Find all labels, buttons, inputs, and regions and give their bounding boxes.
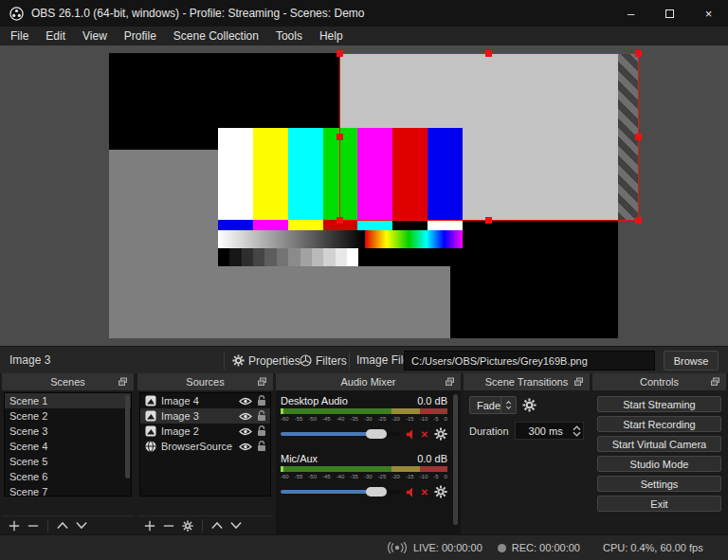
mute-speaker-icon[interactable] bbox=[406, 428, 419, 441]
transition-select-arrows[interactable] bbox=[500, 397, 516, 413]
minimize-button[interactable]: – bbox=[611, 0, 650, 27]
dock-icon[interactable] bbox=[574, 377, 584, 387]
scene-list-item[interactable]: Scene 2 bbox=[5, 408, 131, 424]
controls-panel-header[interactable]: Controls bbox=[592, 373, 726, 390]
start-virtual-camera-button[interactable]: Start Virtual Camera bbox=[597, 436, 721, 452]
channel-settings-gear-icon[interactable] bbox=[434, 427, 447, 441]
browse-button[interactable]: Browse bbox=[664, 351, 719, 370]
menu-profile[interactable]: Profile bbox=[116, 27, 165, 45]
filters-icon bbox=[300, 354, 312, 367]
scene-black-rect-bottom[interactable] bbox=[450, 221, 618, 338]
properties-button[interactable]: Properties bbox=[232, 351, 300, 370]
channel-level: 0.0 dB bbox=[417, 453, 447, 464]
selection-handle-bottom-center[interactable] bbox=[485, 217, 492, 224]
scenes-scrollbar[interactable] bbox=[125, 395, 130, 479]
filters-button[interactable]: Filters bbox=[300, 351, 347, 370]
channel-settings-gear-icon[interactable] bbox=[434, 485, 447, 498]
scene-list-item[interactable]: Scene 6 bbox=[5, 469, 131, 484]
selection-handle-top-center[interactable] bbox=[485, 50, 492, 57]
volume-slider-handle[interactable] bbox=[366, 429, 387, 439]
channel-name: Mic/Aux bbox=[281, 453, 318, 464]
settings-button[interactable]: Settings bbox=[597, 476, 721, 492]
audio-mixer-title: Audio Mixer bbox=[340, 376, 395, 388]
source-list-item[interactable]: Image 4 bbox=[140, 393, 270, 408]
selection-handle-bottom-right[interactable] bbox=[635, 217, 642, 224]
duration-spinbox[interactable]: 300 ms bbox=[515, 422, 584, 440]
source-properties-button[interactable] bbox=[179, 518, 196, 533]
volume-slider[interactable] bbox=[281, 432, 400, 436]
menu-help[interactable]: Help bbox=[311, 27, 352, 45]
menu-scene-collection[interactable]: Scene Collection bbox=[165, 27, 267, 45]
menu-tools[interactable]: Tools bbox=[267, 27, 311, 45]
volume-slider-handle[interactable] bbox=[366, 487, 387, 497]
selection-handle-top-left[interactable] bbox=[337, 50, 343, 57]
scene-list-item[interactable]: Scene 7 bbox=[5, 484, 131, 497]
scene-list-item[interactable]: Scene 3 bbox=[5, 424, 131, 439]
transitions-panel-header[interactable]: Scene Transitions bbox=[464, 373, 590, 390]
dock-icon[interactable] bbox=[258, 377, 267, 387]
start-streaming-button[interactable]: Start Streaming bbox=[597, 396, 721, 412]
menu-bar: File Edit View Profile Scene Collection … bbox=[0, 27, 728, 45]
visibility-eye-icon[interactable] bbox=[239, 427, 252, 436]
menu-file[interactable]: File bbox=[2, 27, 37, 45]
close-button[interactable]: × bbox=[689, 0, 728, 27]
selection-handle-top-right[interactable] bbox=[635, 50, 642, 57]
source-move-up-button[interactable] bbox=[209, 518, 226, 533]
selection-outline[interactable] bbox=[339, 53, 639, 221]
window-title: OBS 26.1.0 (64-bit, windows) - Profile: … bbox=[31, 7, 364, 20]
mixer-scrollbar[interactable] bbox=[453, 394, 458, 525]
menu-edit[interactable]: Edit bbox=[37, 27, 74, 45]
dock-icon[interactable] bbox=[711, 377, 720, 387]
sources-panel-header[interactable]: Sources bbox=[137, 373, 273, 390]
lock-icon[interactable] bbox=[257, 425, 266, 437]
meter-scale: -60-55-50-45-40-35-30-25-20-15-10-50 bbox=[281, 473, 447, 480]
dock-icon[interactable] bbox=[446, 377, 455, 387]
source-list-item[interactable]: Image 3 bbox=[140, 408, 270, 424]
sources-toolbar bbox=[137, 515, 273, 534]
maximize-button[interactable] bbox=[650, 0, 689, 27]
scene-list-item[interactable]: Scene 5 bbox=[5, 454, 131, 469]
remove-scene-button[interactable] bbox=[25, 518, 42, 533]
duration-spin-arrows[interactable] bbox=[570, 425, 583, 437]
obs-logo-icon bbox=[9, 7, 24, 21]
exit-button[interactable]: Exit bbox=[597, 496, 721, 512]
dock-icon[interactable] bbox=[118, 377, 128, 387]
scenes-panel-header[interactable]: Scenes bbox=[2, 373, 134, 390]
image-file-input[interactable]: C:/Users/OBS/Pictures/Grey169B.png bbox=[404, 351, 655, 370]
remove-source-button[interactable] bbox=[160, 518, 177, 533]
audio-mixer-header[interactable]: Audio Mixer bbox=[276, 373, 461, 390]
volume-slider[interactable] bbox=[281, 490, 400, 494]
source-list-item[interactable]: BrowserSource bbox=[140, 439, 270, 454]
scene-list-item[interactable]: Scene 4 bbox=[5, 439, 131, 454]
transition-settings-gear-icon[interactable] bbox=[522, 398, 537, 412]
add-scene-button[interactable] bbox=[6, 518, 23, 533]
scene-move-up-button[interactable] bbox=[54, 518, 71, 533]
add-source-button[interactable] bbox=[141, 518, 158, 533]
visibility-eye-icon[interactable] bbox=[239, 412, 252, 421]
visibility-eye-icon[interactable] bbox=[239, 397, 252, 406]
scenes-panel-title: Scenes bbox=[50, 376, 85, 388]
lock-icon[interactable] bbox=[257, 441, 266, 452]
visibility-eye-icon[interactable] bbox=[239, 443, 252, 451]
source-move-down-button[interactable] bbox=[228, 518, 245, 533]
cpu-fps-status: CPU: 0.4%, 60.00 fps bbox=[603, 542, 703, 553]
menu-view[interactable]: View bbox=[74, 27, 116, 45]
preview-canvas[interactable] bbox=[0, 45, 728, 346]
image-file-label: Image File bbox=[356, 353, 410, 367]
transition-select[interactable]: Fade bbox=[469, 396, 517, 414]
scene-list-item[interactable]: Scene 1 bbox=[5, 393, 131, 408]
mute-speaker-icon[interactable] bbox=[406, 486, 419, 498]
lock-icon[interactable] bbox=[257, 395, 266, 406]
start-recording-button[interactable]: Start Recording bbox=[597, 416, 721, 432]
selection-handle-mid-right[interactable] bbox=[635, 134, 642, 140]
broadcast-icon bbox=[387, 542, 408, 553]
studio-mode-button[interactable]: Studio Mode bbox=[597, 456, 721, 472]
scene-move-down-button[interactable] bbox=[73, 518, 90, 533]
selection-handle-bottom-left[interactable] bbox=[337, 217, 343, 224]
source-list-item[interactable]: Image 2 bbox=[140, 424, 270, 439]
image-icon bbox=[145, 425, 156, 437]
chevron-down-icon bbox=[505, 406, 512, 409]
lock-icon[interactable] bbox=[257, 410, 266, 422]
selection-handle-mid-left[interactable] bbox=[337, 134, 343, 140]
sources-list: Image 4 Image 3 Image 2 BrowserSource bbox=[139, 392, 271, 497]
